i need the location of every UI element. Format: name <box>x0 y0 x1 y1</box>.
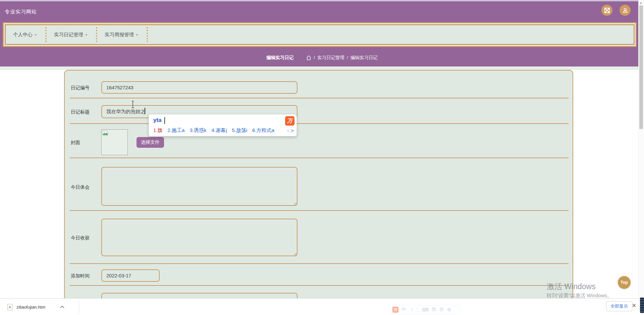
menu-item-label: 个人中心 <box>13 32 33 38</box>
chevron-down-icon: ▾ <box>35 33 37 37</box>
downloads-bar: e ziliaofujian.htm 全部显示 × <box>0 298 644 315</box>
ime-next-page-icon[interactable]: > <box>291 128 294 133</box>
chevron-down-icon: ▾ <box>136 33 138 37</box>
scrollbar-up-arrow-icon[interactable]: ▲ <box>639 1 642 4</box>
today-experience-label: 今日体会 <box>71 184 90 190</box>
cover-label: 封面 <box>71 140 80 146</box>
ime-logo-icon[interactable]: 万 <box>285 116 294 126</box>
breadcrumb-separator: / <box>347 55 348 60</box>
menu-dotted-divider <box>96 27 97 42</box>
diary-id-input[interactable] <box>101 81 298 94</box>
ime-candidate[interactable]: 4.谢幕j <box>211 127 227 134</box>
user-avatar-button[interactable] <box>620 5 631 16</box>
breadcrumb-item: 编辑实习日记 <box>351 55 378 61</box>
row-divider <box>70 285 569 286</box>
windows-activation-watermark: 激活 Windows <box>547 281 596 292</box>
row-divider <box>70 263 569 264</box>
ime-composition-text: yta <box>153 117 162 124</box>
ime-toolbar-logo-icon[interactable]: 万 <box>392 307 398 313</box>
back-to-top-button[interactable]: Top <box>618 276 631 289</box>
ime-candidate-window: yta 万 1.旗 2.施工a 3.诱惑k 4.谢幕j 5.放荡i 6.方程式a… <box>149 114 297 136</box>
downloaded-file-chip[interactable]: e ziliaofujian.htm <box>0 299 64 315</box>
row-divider <box>70 98 569 98</box>
diary-id-label: 日记编号 <box>71 85 90 91</box>
broken-image-icon <box>103 131 108 135</box>
ime-mode-chinese-icon[interactable]: 中 <box>401 307 406 313</box>
today-harvest-textarea[interactable] <box>101 219 298 256</box>
page-scrollbar-thumb[interactable] <box>639 5 643 129</box>
ime-caret <box>164 117 165 124</box>
menu-item-diary-management[interactable]: 实习日记管理 ▾ <box>54 32 87 38</box>
site-title: 专业实习网站 <box>5 9 37 15</box>
menu-item-personal-center[interactable]: 个人中心 ▾ <box>13 32 37 38</box>
text-caret <box>145 108 145 114</box>
breadcrumb: 编辑实习日记 / 实习日记管理 / 编辑实习日记 <box>0 49 644 66</box>
menu-dotted-divider <box>45 27 47 42</box>
breadcrumb-separator: / <box>314 55 315 60</box>
html-file-icon: e <box>7 304 12 310</box>
diary-title-label: 日记标题 <box>71 109 90 115</box>
ime-prev-page-icon[interactable]: < <box>286 128 289 133</box>
ime-keyboard-icon[interactable]: ⌨ <box>422 307 429 312</box>
ime-candidate-list: 1.旗 2.施工a 3.诱惑k 4.谢幕j 5.放荡i 6.方程式a < > <box>153 127 294 134</box>
menu-item-weekly-report-management[interactable]: 实习周报管理 ▾ <box>105 32 138 38</box>
person-icon <box>622 7 628 13</box>
menu-dotted-divider <box>147 27 148 42</box>
ime-skin-icon[interactable]: 衣 <box>439 307 444 313</box>
row-divider <box>70 123 569 124</box>
ime-paging: < > <box>286 128 294 133</box>
app-header: 专业实习网站 <box>0 1 644 21</box>
main-menu: 个人中心 ▾ 实习日记管理 ▾ 实习周报管理 ▾ <box>5 24 635 45</box>
chevron-down-icon: ▾ <box>86 33 87 37</box>
add-time-label: 添加时间 <box>71 273 90 279</box>
breadcrumb-item[interactable]: 实习日记管理 <box>317 55 344 61</box>
home-icon[interactable] <box>306 55 311 60</box>
fullscreen-button[interactable] <box>601 5 612 16</box>
chevron-up-icon[interactable] <box>60 306 64 308</box>
cover-image-placeholder <box>101 129 128 155</box>
ime-candidate[interactable]: 3.诱惑k <box>190 127 206 134</box>
today-harvest-label: 今日收获 <box>71 235 90 241</box>
ime-settings-gear-icon[interactable]: ⚙ <box>447 307 451 312</box>
today-experience-textarea[interactable] <box>101 167 298 206</box>
expand-arrows-icon <box>604 8 610 13</box>
ime-candidate[interactable]: 5.放荡i <box>232 127 247 134</box>
menu-item-label: 实习日记管理 <box>54 32 83 38</box>
corner-scroll-widget[interactable] <box>640 298 644 313</box>
page-title: 编辑实习日记 <box>266 55 293 61</box>
row-divider <box>70 158 569 158</box>
close-downloads-bar-icon[interactable]: × <box>632 301 636 310</box>
ime-halfwidth-moon-icon[interactable]: ☽ <box>409 307 414 312</box>
ibeam-cursor <box>131 101 135 108</box>
menu-item-label: 实习周报管理 <box>105 32 134 38</box>
add-time-input[interactable] <box>101 269 160 282</box>
ime-punctuation-icon[interactable]: ’, <box>417 307 419 312</box>
breadcrumb-path: / 实习日记管理 / 编辑实习日记 <box>306 55 378 61</box>
downloads-bar-separator <box>79 301 79 313</box>
ime-toolbar: 万 中 ☽ ’, ⌨ 简 衣 ⚙ <box>390 305 460 314</box>
ime-candidate[interactable]: 1.旗 <box>153 127 163 134</box>
show-all-downloads-button[interactable]: 全部显示 <box>606 301 632 311</box>
row-divider <box>70 210 569 211</box>
ime-candidate[interactable]: 6.方程式a <box>252 127 274 134</box>
ime-simplified-icon[interactable]: 简 <box>432 307 436 313</box>
choose-file-button[interactable]: 选择文件 <box>137 137 164 148</box>
section-gap-strip <box>0 66 644 70</box>
ime-candidate[interactable]: 2.施工a <box>168 127 185 134</box>
downloaded-file-name: ziliaofujian.htm <box>16 305 45 310</box>
